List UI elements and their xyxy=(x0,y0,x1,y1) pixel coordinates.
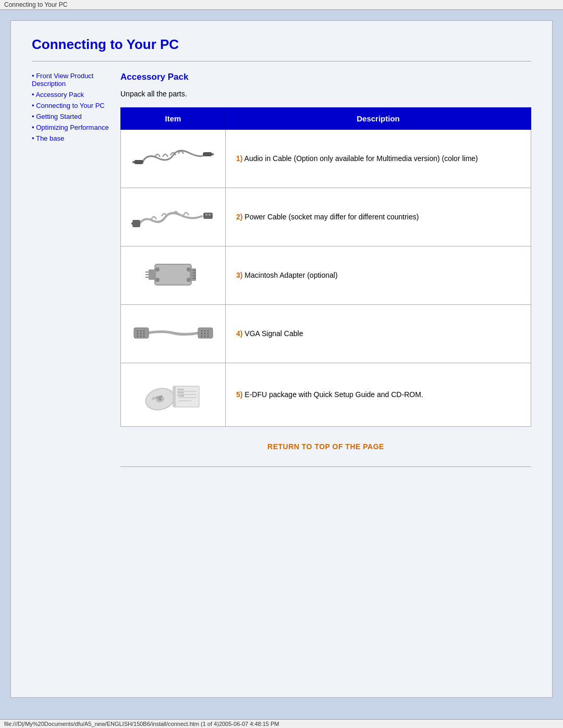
svg-rect-4 xyxy=(132,220,140,227)
item-number-4: 4) xyxy=(236,329,242,338)
main-content: Accessory Pack Unpack all the parts. Ite… xyxy=(120,72,531,472)
page-title: Connecting to Your PC xyxy=(32,36,531,53)
audio-cable-icon xyxy=(131,137,215,179)
svg-point-35 xyxy=(204,330,206,332)
svg-point-34 xyxy=(201,330,203,332)
table-header-row: Item Description xyxy=(121,108,531,130)
svg-point-22 xyxy=(187,278,191,282)
sidebar-link-connecting[interactable]: Connecting to Your PC xyxy=(36,102,105,109)
svg-rect-48 xyxy=(173,386,176,407)
svg-point-39 xyxy=(207,333,209,335)
item-number-1: 1) xyxy=(236,154,242,163)
intro-text: Unpack all the parts. xyxy=(120,90,531,98)
sidebar-item-base[interactable]: The base xyxy=(32,134,110,142)
item-desc-cell-1: 1) Audio in Cable (Option only available… xyxy=(226,130,531,188)
outer-wrapper: Connecting to Your PC Front View Product… xyxy=(0,10,563,719)
item-desc-text-1: Audio in Cable (Option only available fo… xyxy=(244,154,478,163)
sidebar: Front View Product Description Accessory… xyxy=(32,72,110,472)
col-header-description: Description xyxy=(226,108,531,130)
item-number-2: 2) xyxy=(236,213,242,221)
svg-rect-15 xyxy=(149,269,156,280)
title-bar: Connecting to Your PC xyxy=(0,0,563,10)
page-container: Connecting to Your PC Front View Product… xyxy=(10,20,553,698)
status-bar: file:///D|/My%20Documents/dfu/A5_new/ENG… xyxy=(0,719,563,728)
sidebar-link-getting-started[interactable]: Getting Started xyxy=(36,113,81,120)
item-image-cell-1 xyxy=(121,130,226,188)
sidebar-link-base[interactable]: The base xyxy=(36,134,64,142)
content-layout: Front View Product Description Accessory… xyxy=(32,72,531,472)
status-bar-text: file:///D|/My%20Documents/dfu/A5_new/ENG… xyxy=(4,721,279,727)
item-image-cell-3 xyxy=(121,246,226,305)
table-row: 4) VGA Signal Cable xyxy=(121,305,531,363)
item-image-cell-2 xyxy=(121,188,226,246)
vga-cable-icon xyxy=(131,312,215,354)
sidebar-link-performance[interactable]: Optimizing Performance xyxy=(36,124,108,131)
sidebar-item-getting-started[interactable]: Getting Started xyxy=(32,113,110,120)
svg-point-27 xyxy=(137,333,139,335)
svg-point-21 xyxy=(155,278,160,282)
accessory-table: Item Description xyxy=(120,107,531,427)
col-header-item: Item xyxy=(121,108,226,130)
item-number-5: 5) xyxy=(236,390,242,399)
svg-point-29 xyxy=(143,333,145,335)
item-desc-cell-2: 2) Power Cable (socket may differ for di… xyxy=(226,188,531,246)
svg-rect-9 xyxy=(155,264,191,285)
return-to-top-container: RETURN TO TOP OF THE PAGE xyxy=(120,442,531,451)
svg-point-32 xyxy=(143,336,145,337)
cdrom-package-icon: CD-ROM Quick xyxy=(131,371,215,417)
item-desc-cell-4: 4) VGA Signal Cable xyxy=(226,305,531,363)
svg-point-36 xyxy=(207,330,209,332)
sidebar-nav-list: Front View Product Description Accessory… xyxy=(32,72,110,142)
item-image-cell-4 xyxy=(121,305,226,363)
item-desc-text-4: VGA Signal Cable xyxy=(244,329,303,338)
mac-adapter-icon xyxy=(131,254,215,295)
sidebar-link-accessory[interactable]: Accessory Pack xyxy=(35,91,83,98)
svg-point-8 xyxy=(209,214,211,216)
svg-point-31 xyxy=(140,336,142,337)
svg-point-37 xyxy=(201,333,203,335)
svg-rect-2 xyxy=(203,152,212,156)
item-desc-text-2: Power Cable (socket may differ for diffe… xyxy=(244,213,419,221)
sidebar-item-performance[interactable]: Optimizing Performance xyxy=(32,124,110,131)
bottom-divider xyxy=(120,466,531,467)
svg-text:Guide: Guide xyxy=(177,394,185,397)
sidebar-item-connecting[interactable]: Connecting to Your PC xyxy=(32,102,110,109)
svg-point-38 xyxy=(204,333,206,335)
svg-point-7 xyxy=(205,214,207,216)
top-divider xyxy=(32,61,531,61)
svg-point-26 xyxy=(143,330,145,332)
table-row: CD-ROM Quick xyxy=(121,363,531,427)
title-bar-text: Connecting to Your PC xyxy=(4,1,67,8)
svg-point-30 xyxy=(137,336,139,337)
table-row: 1) Audio in Cable (Option only available… xyxy=(121,130,531,188)
svg-point-20 xyxy=(187,267,191,272)
item-desc-cell-5: 5) E-DFU package with Quick Setup Guide … xyxy=(226,363,531,427)
svg-point-25 xyxy=(140,330,142,332)
item-number-3: 3) xyxy=(236,271,242,279)
svg-point-24 xyxy=(137,330,139,332)
item-desc-text-5: E-DFU package with Quick Setup Guide and… xyxy=(244,390,423,399)
item-image-cell-5: CD-ROM Quick xyxy=(121,363,226,427)
svg-rect-6 xyxy=(203,213,213,219)
svg-point-19 xyxy=(155,267,160,272)
item-desc-text-3: Macintosh Adapter (optional) xyxy=(244,271,337,279)
svg-point-41 xyxy=(204,336,206,337)
power-cable-icon xyxy=(131,195,215,237)
table-row: 2) Power Cable (socket may differ for di… xyxy=(121,188,531,246)
svg-point-40 xyxy=(201,336,203,337)
section-title: Accessory Pack xyxy=(120,72,531,82)
return-to-top-link[interactable]: RETURN TO TOP OF THE PAGE xyxy=(267,442,384,451)
table-row: 3) Macintosh Adapter (optional) xyxy=(121,246,531,305)
sidebar-link-front-view[interactable]: Front View Product Description xyxy=(32,72,93,88)
item-desc-cell-3: 3) Macintosh Adapter (optional) xyxy=(226,246,531,305)
svg-rect-0 xyxy=(134,160,143,164)
sidebar-item-front-view[interactable]: Front View Product Description xyxy=(32,72,110,88)
sidebar-item-accessory[interactable]: Accessory Pack xyxy=(32,91,110,98)
svg-point-28 xyxy=(140,333,142,335)
svg-point-42 xyxy=(207,336,209,337)
